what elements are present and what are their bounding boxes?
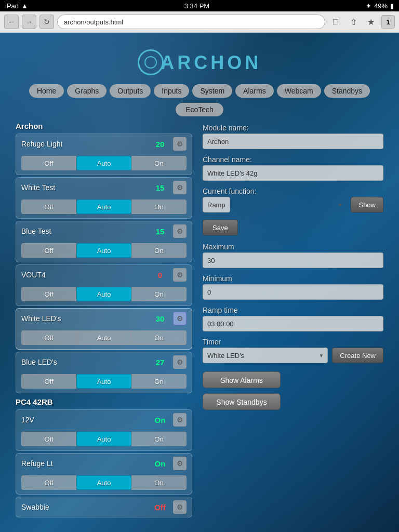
right-panel: Module name: Channel name: Current funct…: [203, 122, 383, 520]
nav-graphs[interactable]: Graphs: [67, 84, 107, 98]
off-button[interactable]: Off: [21, 432, 76, 446]
on-button[interactable]: On: [131, 243, 187, 258]
browser-chrome: ← → ↻ archon/outputs.html □ ⇧ ★ 1: [0, 11, 399, 33]
auto-button[interactable]: Auto: [76, 432, 131, 446]
timer-select-wrapper: White LED's Blue LED's: [203, 348, 328, 363]
output-card-refuge-light: Refuge Light 20 ⚙ Off Auto On: [16, 134, 192, 175]
on-button[interactable]: On: [131, 475, 187, 490]
gear-button[interactable]: ⚙: [173, 413, 187, 427]
gear-button[interactable]: ⚙: [173, 268, 187, 282]
share-button[interactable]: □: [328, 15, 343, 29]
gear-button[interactable]: ⚙: [173, 181, 187, 194]
off-button[interactable]: Off: [21, 475, 76, 490]
auto-button[interactable]: Auto: [76, 287, 131, 301]
on-button[interactable]: On: [131, 330, 187, 345]
off-button[interactable]: Off: [21, 287, 76, 301]
nav-bar: Home Graphs Outputs Inputs System Alarms…: [0, 79, 399, 101]
save-button[interactable]: Save: [203, 220, 238, 235]
url-bar[interactable]: archon/outputs.html: [57, 15, 325, 29]
auto-button[interactable]: Auto: [76, 243, 131, 258]
status-bar: iPad ▲ 3:34 PM ✦ 49% ▮: [0, 0, 399, 11]
function-select[interactable]: Ramp On Off Timer: [203, 197, 230, 212]
control-row: Off Auto On: [16, 154, 192, 175]
ramp-time-label: Ramp time: [203, 306, 383, 314]
module-name-label: Module name:: [203, 124, 383, 132]
nav-alarms[interactable]: Alarms: [235, 84, 274, 98]
output-value: 30: [152, 314, 168, 323]
module-name-input[interactable]: [203, 134, 383, 149]
archon-title: Archon: [16, 122, 192, 130]
off-button[interactable]: Off: [21, 243, 76, 258]
off-button[interactable]: Off: [21, 374, 76, 389]
maximum-input[interactable]: [203, 252, 383, 268]
maximum-label: Maximum: [203, 243, 383, 251]
logo-text: ARCHON: [161, 52, 261, 73]
control-row: Off Auto On: [16, 197, 192, 218]
output-value: On: [152, 416, 168, 424]
output-card-white-leds: White LED's 30 ⚙ Off Auto On: [16, 308, 192, 350]
auto-button[interactable]: Auto: [76, 200, 131, 214]
show-alarms-button[interactable]: Show Alarms: [203, 371, 281, 388]
nav-webcam[interactable]: Webcam: [277, 84, 321, 98]
gear-button[interactable]: ⚙: [173, 355, 187, 369]
auto-button[interactable]: Auto: [76, 374, 131, 389]
on-button[interactable]: On: [131, 156, 187, 170]
control-row: Off Auto On: [16, 328, 192, 349]
nav-inputs[interactable]: Inputs: [154, 84, 189, 98]
auto-button[interactable]: Auto: [76, 156, 131, 170]
reload-button[interactable]: ↻: [39, 15, 54, 29]
output-card-swabbie: Swabbie Off ⚙: [16, 497, 192, 517]
gear-button[interactable]: ⚙: [173, 312, 187, 325]
output-card-white-test: White Test 15 ⚙ Off Auto On: [16, 177, 192, 219]
off-button[interactable]: Off: [21, 200, 76, 214]
back-button[interactable]: ←: [4, 15, 19, 29]
control-row: Off Auto On: [16, 285, 192, 305]
gear-button[interactable]: ⚙: [173, 137, 187, 151]
output-name: White LED's: [21, 314, 152, 323]
sub-nav-ecotech[interactable]: EcoTech: [176, 103, 223, 116]
output-value: 15: [152, 227, 168, 236]
nav-standbys[interactable]: Standbys: [324, 84, 370, 98]
minimum-input[interactable]: [203, 284, 383, 300]
output-value: 0: [152, 271, 168, 280]
timer-select[interactable]: White LED's Blue LED's: [203, 348, 328, 363]
output-value: 15: [152, 183, 168, 192]
show-standbys-button[interactable]: Show Standbys: [203, 393, 281, 410]
output-name: 12V: [21, 416, 152, 424]
control-row: Off Auto On: [16, 372, 192, 393]
on-button[interactable]: On: [131, 374, 187, 389]
off-button[interactable]: Off: [21, 330, 76, 345]
output-name: Swabbie: [21, 503, 152, 511]
forward-button[interactable]: →: [22, 15, 36, 29]
auto-button[interactable]: Auto: [76, 475, 131, 490]
logo-icon: [138, 49, 164, 75]
nav-outputs[interactable]: Outputs: [110, 84, 151, 98]
create-new-button[interactable]: Create New: [332, 348, 383, 363]
gear-button[interactable]: ⚙: [173, 224, 187, 238]
upload-button[interactable]: ⇧: [346, 15, 361, 29]
battery-icon: ▮: [390, 2, 394, 10]
off-button[interactable]: Off: [21, 156, 76, 170]
gear-button[interactable]: ⚙: [173, 457, 187, 470]
wifi-icon: ▲: [21, 2, 28, 10]
nav-system[interactable]: System: [192, 84, 232, 98]
tab-count[interactable]: 1: [381, 15, 395, 29]
gear-button[interactable]: ⚙: [173, 500, 187, 514]
auto-button[interactable]: Auto: [76, 330, 131, 345]
on-button[interactable]: On: [131, 432, 187, 446]
output-name: White Test: [21, 183, 152, 192]
channel-name-input[interactable]: [203, 165, 383, 181]
on-button[interactable]: On: [131, 287, 187, 301]
carrier-label: iPad: [5, 2, 19, 10]
bluetooth-icon: ✦: [366, 2, 371, 10]
output-name: Blue LED's: [21, 358, 152, 366]
output-card-blue-leds: Blue LED's 27 ⚙ Off Auto On: [16, 352, 192, 393]
battery-label: 49%: [374, 2, 388, 10]
nav-home[interactable]: Home: [29, 84, 64, 98]
on-button[interactable]: On: [131, 200, 187, 214]
output-value: 27: [152, 358, 168, 367]
output-value: On: [152, 459, 168, 468]
ramp-time-input[interactable]: [203, 316, 383, 331]
show-button[interactable]: Show: [351, 197, 383, 212]
bookmark-button[interactable]: ★: [364, 15, 378, 29]
